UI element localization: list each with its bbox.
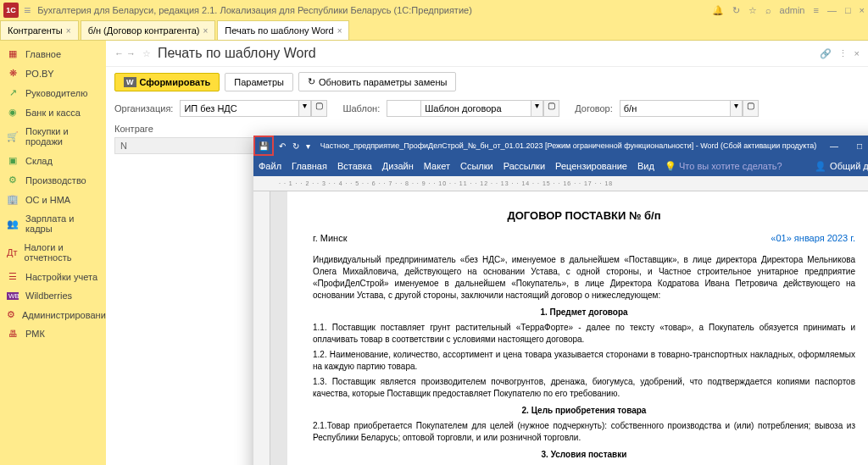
- close-icon[interactable]: ×: [66, 26, 71, 36]
- help-icon[interactable]: ⋮: [838, 48, 848, 59]
- bell-icon[interactable]: 🔔: [712, 5, 724, 16]
- sidebar-item-tax[interactable]: ДтНалоги и отчетность: [0, 238, 106, 267]
- ribbon-mailings[interactable]: Рассылки: [504, 158, 545, 174]
- maximize-icon[interactable]: □: [847, 141, 868, 151]
- word-ribbon: Файл Главная Вставка Дизайн Макет Ссылки…: [253, 156, 868, 176]
- close-icon[interactable]: ×: [860, 5, 865, 15]
- star-icon[interactable]: ☆: [748, 5, 757, 16]
- factory-icon: ⚙: [7, 174, 19, 185]
- tab-counterparties[interactable]: Контрагенты×: [0, 20, 79, 40]
- doc-s1-3: 1.3. Поставщик является производителем п…: [313, 376, 855, 400]
- sidebar-item-bank[interactable]: ◉Банк и касса: [0, 102, 106, 122]
- close-icon[interactable]: ×: [337, 26, 342, 36]
- sidebar-item-wildberries[interactable]: WBWildberries: [0, 286, 106, 305]
- sidebar-item-assets[interactable]: 🏢ОС и НМА: [0, 190, 106, 209]
- contract-input[interactable]: [620, 100, 730, 117]
- wb-icon: WB: [7, 292, 19, 300]
- form-button[interactable]: WСформировать: [114, 73, 220, 91]
- sidebar-item-settings[interactable]: ☰Настройки учета: [0, 267, 106, 286]
- refresh-icon: ↻: [308, 76, 315, 87]
- dropdown-icon[interactable]: ▾: [730, 100, 743, 117]
- app-logo: 1C: [3, 3, 19, 18]
- template-input[interactable]: [387, 100, 420, 117]
- toolbar: WСформировать Параметры ↻Обновить параме…: [106, 67, 868, 97]
- search-icon[interactable]: ⌕: [765, 5, 771, 15]
- people-icon: 👥: [7, 219, 19, 230]
- template-value-input[interactable]: [420, 100, 531, 117]
- refresh-button[interactable]: ↻Обновить параметры замены: [298, 72, 456, 91]
- settings-icon[interactable]: ≡: [813, 5, 818, 15]
- doc-s2-title: 2. Цель приобретения товара: [313, 405, 855, 417]
- sidebar-item-warehouse[interactable]: ▣Склад: [0, 151, 106, 170]
- doc-s2-1: 2.1.Товар приобретается Покупателем для …: [313, 420, 855, 444]
- org-label: Организация:: [114, 103, 173, 113]
- counterparty-label: Контраге: [114, 124, 153, 134]
- word-document-page[interactable]: ДОГОВОР ПОСТАВКИ № б/п г. Минск «01» янв…: [287, 191, 868, 465]
- content-area: ← → ☆ Печать по шаблону Word 🔗 ⋮ × WСфор…: [106, 41, 868, 465]
- ribbon-file[interactable]: Файл: [259, 158, 281, 174]
- tab-contract[interactable]: б/н (Договор контрагента)×: [81, 20, 216, 40]
- doc-s1-title: 1. Предмет договора: [313, 307, 855, 318]
- doc-s3-title: 3. Условия поставки: [313, 449, 855, 461]
- sidebar-item-sales[interactable]: 🛒Покупки и продажи: [0, 122, 106, 151]
- dropdown-icon[interactable]: ▾: [298, 100, 311, 117]
- sidebar-item-admin[interactable]: ⚙Администрирование: [0, 305, 106, 324]
- ribbon-references[interactable]: Ссылки: [460, 158, 493, 174]
- ribbon-insert[interactable]: Вставка: [337, 158, 372, 174]
- ribbon-layout[interactable]: Макет: [424, 158, 450, 174]
- grid-col-n: N: [120, 141, 127, 151]
- doc-heading: ДОГОВОР ПОСТАВКИ № б/п: [313, 208, 855, 224]
- history-icon[interactable]: ↻: [732, 5, 740, 16]
- tab-print-template[interactable]: Печать по шаблону Word×: [217, 20, 349, 40]
- doc-city: г. Минск: [313, 232, 347, 245]
- ribbon-design[interactable]: Дизайн: [382, 158, 414, 174]
- params-button[interactable]: Параметры: [225, 73, 293, 91]
- sidebar: ▦Главное ❋PO.BY ↗Руководителю ◉Банк и ка…: [0, 41, 106, 465]
- minimize-icon[interactable]: —: [827, 5, 837, 15]
- maximize-icon[interactable]: □: [845, 5, 851, 15]
- form-row-2: Контраге: [106, 120, 868, 137]
- word-vruler: [253, 191, 270, 465]
- org-input[interactable]: [180, 100, 298, 117]
- doc-s1-1: 1.1. Поставщик поставляет грунт растител…: [313, 322, 855, 346]
- app-title: Бухгалтерия для Беларуси, редакция 2.1. …: [37, 5, 711, 15]
- chart-icon: ↗: [7, 87, 19, 98]
- open-icon[interactable]: ▢: [743, 100, 759, 117]
- form-row-1: Организация: ▾ ▢ Шаблон: ▾ ▢ Договор: ▾ …: [106, 97, 868, 120]
- open-icon[interactable]: ▢: [543, 100, 559, 117]
- favorite-icon[interactable]: ☆: [142, 48, 151, 59]
- share-button[interactable]: 👤 Общий доступ: [815, 161, 868, 172]
- sidebar-item-poby[interactable]: ❋PO.BY: [0, 64, 106, 83]
- tell-me[interactable]: 💡 Что вы хотите сделать?: [665, 161, 782, 172]
- minimize-icon[interactable]: —: [821, 141, 847, 151]
- open-icon[interactable]: ▢: [311, 100, 327, 117]
- sidebar-item-hr[interactable]: 👥Зарплата и кадры: [0, 209, 106, 238]
- ribbon-home[interactable]: Главная: [292, 158, 327, 174]
- redo-icon[interactable]: ↻: [292, 141, 299, 151]
- grid-icon: ▦: [7, 48, 19, 59]
- close-icon[interactable]: ×: [203, 26, 208, 36]
- admin-icon: ⚙: [7, 309, 15, 320]
- user-label[interactable]: admin: [780, 5, 805, 15]
- sidebar-item-main[interactable]: ▦Главное: [0, 44, 106, 64]
- word-titlebar: 💾 ↶ ↻ ▾ Частное_предприятие_ПрофиДелСтро…: [253, 136, 868, 156]
- sidebar-item-production[interactable]: ⚙Производство: [0, 170, 106, 190]
- undo-icon[interactable]: ↶: [279, 141, 286, 151]
- poby-icon: ❋: [7, 68, 19, 79]
- save-button[interactable]: 💾: [253, 136, 274, 156]
- sidebar-item-manager[interactable]: ↗Руководителю: [0, 83, 106, 102]
- titlebar-right: 🔔 ↻ ☆ ⌕ admin ≡ — □ ×: [712, 5, 865, 16]
- dropdown-icon[interactable]: ▾: [531, 100, 543, 117]
- gear-icon: ☰: [7, 271, 19, 282]
- ribbon-view[interactable]: Вид: [637, 158, 654, 174]
- ribbon-review[interactable]: Рецензирование: [555, 158, 627, 174]
- doc-intro: Индивидуальный предприниматель «без НДС»…: [313, 254, 855, 302]
- sidebar-item-rmk[interactable]: 🖶РМК: [0, 324, 106, 343]
- box-icon: ▣: [7, 155, 19, 166]
- doc-date: «01» января 2023 г.: [771, 232, 855, 245]
- link-icon[interactable]: 🔗: [820, 48, 832, 59]
- menu-icon[interactable]: ≡: [24, 3, 31, 17]
- qat-more-icon[interactable]: ▾: [306, 141, 310, 151]
- nav-back[interactable]: ← →: [114, 48, 136, 58]
- close-page-icon[interactable]: ×: [854, 48, 860, 59]
